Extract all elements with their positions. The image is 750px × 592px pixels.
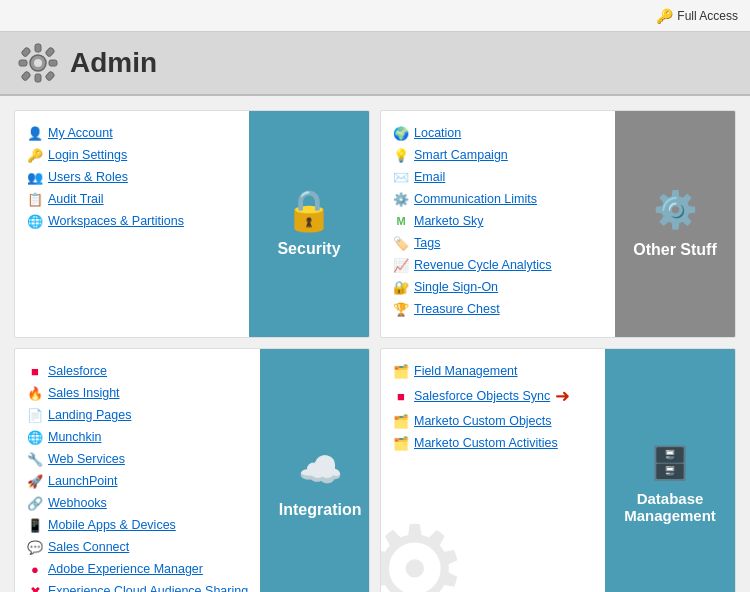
watermark-gear-icon: ⚙ bbox=[380, 500, 469, 592]
gear-icon: ⚙️ bbox=[653, 189, 698, 231]
list-item: 🌍 Location bbox=[393, 125, 603, 141]
list-item: 📈 Revenue Cycle Analytics bbox=[393, 257, 603, 273]
svg-point-1 bbox=[34, 59, 42, 67]
audit-trail-link[interactable]: Audit Trail bbox=[48, 192, 104, 206]
mobile-apps-icon: 📱 bbox=[27, 517, 43, 533]
login-settings-link[interactable]: Login Settings bbox=[48, 148, 127, 162]
security-links: 👤 My Account 🔑 Login Settings 👥 Users & … bbox=[15, 111, 249, 337]
list-item: ✉️ Email bbox=[393, 169, 603, 185]
launchpoint-link[interactable]: LaunchPoint bbox=[48, 474, 118, 488]
smart-campaign-link[interactable]: Smart Campaign bbox=[414, 148, 508, 162]
tags-icon: 🏷️ bbox=[393, 235, 409, 251]
list-item: M Marketo Sky bbox=[393, 213, 603, 229]
other-stuff-links: 🌍 Location 💡 Smart Campaign ✉️ Email ⚙️ … bbox=[381, 111, 615, 337]
treasure-chest-link[interactable]: Treasure Chest bbox=[414, 302, 500, 316]
svg-rect-7 bbox=[45, 47, 55, 57]
main-content: 👤 My Account 🔑 Login Settings 👥 Users & … bbox=[0, 96, 750, 592]
single-sign-on-link[interactable]: Single Sign-On bbox=[414, 280, 498, 294]
list-item: ● Adobe Experience Manager bbox=[27, 561, 248, 577]
marketo-custom-objects-icon: 🗂️ bbox=[393, 413, 409, 429]
landing-pages-link[interactable]: Landing Pages bbox=[48, 408, 131, 422]
sales-insight-link[interactable]: Sales Insight bbox=[48, 386, 120, 400]
list-item: 🔐 Single Sign-On bbox=[393, 279, 603, 295]
munchkin-link[interactable]: Munchkin bbox=[48, 430, 102, 444]
integration-links: ■ Salesforce 🔥 Sales Insight 📄 Landing P… bbox=[15, 349, 260, 592]
aem-link[interactable]: Adobe Experience Manager bbox=[48, 562, 203, 576]
list-item: 📄 Landing Pages bbox=[27, 407, 248, 423]
salesforce-link[interactable]: Salesforce bbox=[48, 364, 107, 378]
sales-connect-link[interactable]: Sales Connect bbox=[48, 540, 129, 554]
web-services-icon: 🔧 bbox=[27, 451, 43, 467]
marketo-custom-objects-link[interactable]: Marketo Custom Objects bbox=[414, 414, 552, 428]
location-link[interactable]: Location bbox=[414, 126, 461, 140]
marketo-custom-activities-icon: 🗂️ bbox=[393, 435, 409, 451]
email-icon: ✉️ bbox=[393, 169, 409, 185]
integration-feature[interactable]: ☁️ Integration bbox=[260, 349, 370, 592]
page-title: Admin bbox=[70, 47, 157, 79]
database-management-panel: 🗂️ Field Management ■ Salesforce Objects… bbox=[380, 348, 736, 592]
list-item: 📱 Mobile Apps & Devices bbox=[27, 517, 248, 533]
smart-campaign-icon: 💡 bbox=[393, 147, 409, 163]
sf-objects-sync-icon: ■ bbox=[393, 388, 409, 404]
list-item: 🗂️ Field Management bbox=[393, 363, 593, 379]
salesforce-icon: ■ bbox=[27, 363, 43, 379]
integration-label: Integration bbox=[279, 501, 362, 519]
my-account-icon: 👤 bbox=[27, 125, 43, 141]
security-feature[interactable]: 🔒 Security bbox=[249, 111, 369, 337]
list-item: 🔧 Web Services bbox=[27, 451, 248, 467]
web-services-link[interactable]: Web Services bbox=[48, 452, 125, 466]
location-icon: 🌍 bbox=[393, 125, 409, 141]
launchpoint-icon: 🚀 bbox=[27, 473, 43, 489]
field-management-icon: 🗂️ bbox=[393, 363, 409, 379]
list-item: ✖ Experience Cloud Audience Sharing bbox=[27, 583, 248, 592]
workspaces-link[interactable]: Workspaces & Partitions bbox=[48, 214, 184, 228]
field-management-link[interactable]: Field Management bbox=[414, 364, 518, 378]
list-item: ⚙️ Communication Limits bbox=[393, 191, 603, 207]
users-roles-link[interactable]: Users & Roles bbox=[48, 170, 128, 184]
communication-limits-icon: ⚙️ bbox=[393, 191, 409, 207]
list-item: 👥 Users & Roles bbox=[27, 169, 237, 185]
database-icon: 🗄️ bbox=[650, 444, 690, 482]
access-label: Full Access bbox=[677, 9, 738, 23]
list-item: 🔥 Sales Insight bbox=[27, 385, 248, 401]
list-item: 🏷️ Tags bbox=[393, 235, 603, 251]
marketo-sky-link[interactable]: Marketo Sky bbox=[414, 214, 483, 228]
email-link[interactable]: Email bbox=[414, 170, 445, 184]
sales-connect-icon: 💬 bbox=[27, 539, 43, 555]
top-bar: 🔑 Full Access bbox=[0, 0, 750, 32]
webhooks-link[interactable]: Webhooks bbox=[48, 496, 107, 510]
svg-rect-3 bbox=[35, 74, 41, 82]
ecas-link[interactable]: Experience Cloud Audience Sharing bbox=[48, 584, 248, 592]
marketo-sky-icon: M bbox=[393, 213, 409, 229]
list-item: 🏆 Treasure Chest bbox=[393, 301, 603, 317]
security-label: Security bbox=[277, 240, 340, 258]
list-item: 👤 My Account bbox=[27, 125, 237, 141]
aem-icon: ● bbox=[27, 561, 43, 577]
single-sign-on-icon: 🔐 bbox=[393, 279, 409, 295]
other-stuff-label: Other Stuff bbox=[633, 241, 717, 259]
sf-objects-sync-link[interactable]: Salesforce Objects Sync bbox=[414, 389, 550, 403]
database-links: 🗂️ Field Management ■ Salesforce Objects… bbox=[381, 349, 605, 592]
treasure-chest-icon: 🏆 bbox=[393, 301, 409, 317]
database-management-feature[interactable]: 🗄️ Database Management bbox=[605, 349, 735, 592]
lock-icon: 🔒 bbox=[284, 190, 334, 230]
list-item: 🔑 Login Settings bbox=[27, 147, 237, 163]
users-roles-icon: 👥 bbox=[27, 169, 43, 185]
munchkin-icon: 🌐 bbox=[27, 429, 43, 445]
my-account-link[interactable]: My Account bbox=[48, 126, 113, 140]
sales-insight-icon: 🔥 bbox=[27, 385, 43, 401]
communication-limits-link[interactable]: Communication Limits bbox=[414, 192, 537, 206]
revenue-cycle-link[interactable]: Revenue Cycle Analytics bbox=[414, 258, 552, 272]
list-item: 📋 Audit Trail bbox=[27, 191, 237, 207]
list-item: 🚀 LaunchPoint bbox=[27, 473, 248, 489]
database-management-label: Database Management bbox=[615, 490, 725, 524]
other-stuff-feature[interactable]: ⚙️ Other Stuff bbox=[615, 111, 735, 337]
admin-gear-icon bbox=[16, 41, 60, 85]
webhooks-icon: 🔗 bbox=[27, 495, 43, 511]
login-settings-icon: 🔑 bbox=[27, 147, 43, 163]
marketo-custom-activities-link[interactable]: Marketo Custom Activities bbox=[414, 436, 558, 450]
tags-link[interactable]: Tags bbox=[414, 236, 440, 250]
svg-rect-9 bbox=[45, 71, 55, 81]
list-item: ■ Salesforce Objects Sync ➜ bbox=[393, 385, 593, 407]
mobile-apps-link[interactable]: Mobile Apps & Devices bbox=[48, 518, 176, 532]
